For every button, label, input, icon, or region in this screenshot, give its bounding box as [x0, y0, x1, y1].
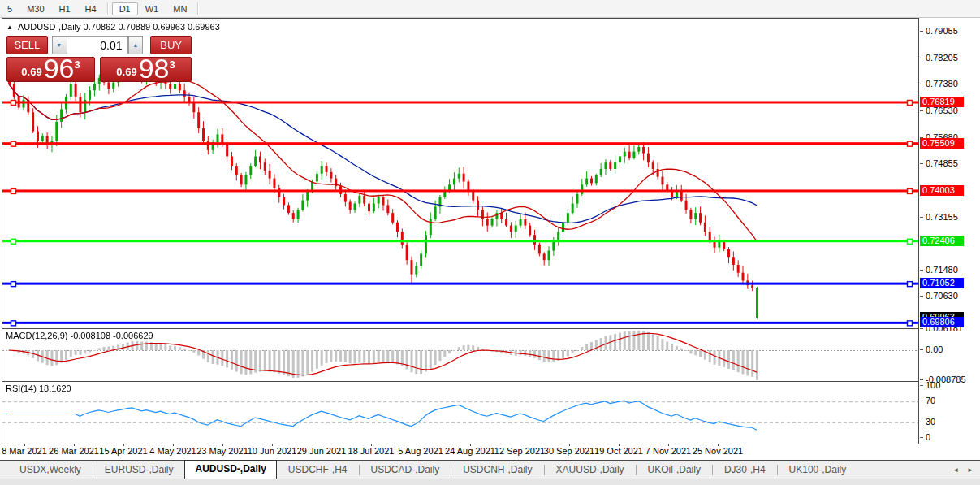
volume-input[interactable]: [67, 36, 128, 54]
price-tick-label: 0.77380: [926, 79, 958, 89]
timeframe-toolbar: 5M30H1H4D1W1MN: [0, 0, 980, 18]
rsi-canvas[interactable]: [2, 382, 918, 442]
spin-up-icon: ▲: [132, 42, 138, 48]
tab-scroll-arrows: ◄►: [952, 466, 974, 474]
chart-tab-usdcad[interactable]: USDCAD-,Daily: [360, 461, 451, 478]
one-click-trading-panel: SELL ▼ ▲ BUY 0.69 96 3 0.69 98 3: [6, 36, 192, 82]
bottom-status-strip: [0, 479, 980, 485]
level-price-label: 0.76819: [920, 97, 964, 107]
chart-ohlc-header: AUDUSD-,Daily 0.70862 0.70889 0.69963 0.…: [18, 22, 220, 32]
volume-decrease-button[interactable]: ▼: [52, 36, 67, 54]
period-button-w1[interactable]: W1: [138, 2, 166, 15]
chart-tab-eurusd[interactable]: EURUSD-,Daily: [93, 461, 185, 478]
chart-tab-bar: USDX,WeeklyEURUSD-,DailyAUDUSD-,DailyUSD…: [0, 461, 980, 479]
chart-tab-usdx[interactable]: USDX,Weekly: [8, 461, 93, 478]
date-label: 18 Jul 2021: [348, 446, 395, 456]
trading-app-window: 5M30H1H4D1W1MN ▲ AUDUSD-,Daily 0.70862 0…: [0, 0, 980, 485]
chart-header: ▲ AUDUSD-,Daily 0.70862 0.70889 0.69963 …: [6, 22, 220, 32]
macd-axis-label: 0.00: [926, 344, 943, 354]
date-label: 29 Jun 2021: [297, 446, 347, 456]
sell-price-sup: 3: [74, 58, 80, 71]
macd-indicator-label: MACD(12,26,9) -0.008108 -0.006629: [6, 331, 153, 340]
chart-tab-audusd[interactable]: AUDUSD-,Daily: [184, 460, 276, 479]
price-tick-label: 0.70630: [926, 291, 958, 301]
rsi-indicator-label: RSI(14) 18.1620: [6, 383, 71, 393]
price-tick-label: 0.79055: [926, 26, 958, 36]
date-label: 5 Aug 2021: [398, 446, 443, 456]
period-button-h1[interactable]: H1: [52, 2, 78, 15]
toolbar-separator: [107, 2, 109, 15]
tab-scroll-left-icon[interactable]: ◄: [952, 466, 959, 474]
rsi-axis-label: 70: [926, 396, 935, 405]
rsi-axis-label: 100: [926, 380, 940, 390]
period-button-d1[interactable]: D1: [112, 2, 138, 15]
date-label: 19 Oct 2021: [594, 446, 643, 456]
date-axis[interactable]: 8 Mar 202126 Mar 202115 Apr 20214 May 20…: [2, 444, 919, 460]
buy-button[interactable]: BUY: [150, 36, 192, 54]
date-label: 4 May 2021: [149, 446, 196, 456]
period-button-5[interactable]: 5: [0, 2, 19, 15]
buy-price-big: 98: [139, 56, 170, 80]
date-label: 7 Nov 2021: [645, 446, 691, 456]
level-price-label: 0.69806: [920, 317, 964, 327]
chart-tab-usdcnh[interactable]: USDCNH-,Daily: [451, 461, 543, 478]
collapse-panel-icon[interactable]: ▲: [6, 24, 13, 31]
chart-tab-usdchf[interactable]: USDCHF-,H4: [277, 461, 359, 478]
date-label: 23 May 2021: [196, 446, 248, 456]
level-price-label: 0.72406: [920, 236, 964, 246]
sell-button[interactable]: SELL: [6, 36, 48, 54]
sell-price-big: 96: [44, 56, 75, 80]
tab-scroll-right-icon[interactable]: ►: [967, 466, 974, 474]
date-label: 15 Apr 2021: [99, 446, 147, 456]
price-tick-label: 0.73155: [926, 212, 958, 222]
level-price-label: 0.74003: [920, 185, 964, 196]
date-label: 24 Aug 2021: [445, 446, 495, 456]
level-price-label: 0.75509: [920, 138, 964, 149]
price-tick-label: 0.78205: [926, 53, 958, 63]
price-axis[interactable]: 0.790550.782050.773800.765300.756800.748…: [919, 18, 980, 460]
date-label: 26 Mar 2021: [49, 446, 99, 456]
period-button-m30[interactable]: M30: [19, 2, 51, 15]
toolbar-separator: [197, 2, 199, 15]
period-button-mn[interactable]: MN: [166, 2, 194, 15]
level-price-label: 0.71052: [920, 278, 964, 288]
buy-price-sup: 3: [169, 58, 175, 71]
volume-increase-button[interactable]: ▲: [128, 36, 144, 54]
spin-down-icon: ▼: [57, 42, 63, 48]
price-tick-label: 0.71480: [926, 265, 958, 275]
chart-tab-xauusd[interactable]: XAUUSD-,Daily: [545, 461, 636, 478]
buy-price-display[interactable]: 0.69 98 3: [100, 57, 192, 82]
buy-price-small: 0.69: [116, 66, 136, 78]
date-label: 25 Nov 2021: [693, 446, 743, 456]
date-label: 30 Sep 2021: [544, 446, 594, 456]
period-button-h4[interactable]: H4: [78, 2, 104, 15]
chart-tab-ukoil[interactable]: UKOil-,Daily: [637, 461, 712, 478]
rsi-axis-label: 0: [926, 432, 930, 442]
date-label: 12 Sep 2021: [494, 446, 545, 456]
rsi-axis-label: 30: [926, 417, 935, 427]
sell-price-display[interactable]: 0.69 96 3: [6, 57, 95, 82]
date-label: 8 Mar 2021: [2, 446, 47, 456]
date-label: 10 Jun 2021: [248, 446, 297, 456]
chart-tab-dj30[interactable]: DJ30-,H4: [713, 461, 777, 478]
chart-tab-uk100[interactable]: UK100-,Daily: [778, 461, 858, 478]
price-tick-label: 0.74855: [926, 158, 958, 168]
sell-price-small: 0.69: [21, 66, 41, 78]
